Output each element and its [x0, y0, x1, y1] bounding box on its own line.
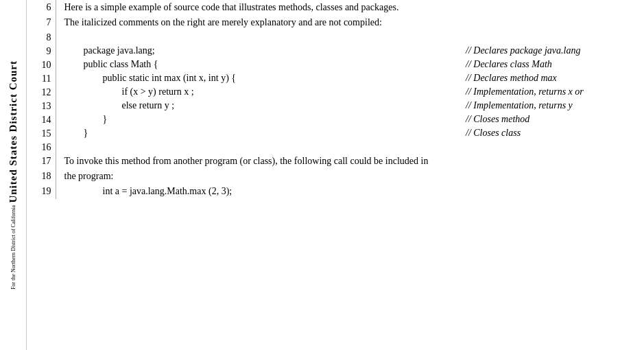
line-number: 10	[27, 58, 56, 71]
table-row: 11 public static int max (int x, int y) …	[27, 71, 644, 85]
table-row: 18the program:	[27, 169, 644, 184]
line-number: 6	[27, 0, 56, 15]
line-content: The italicized comments on the right are…	[56, 15, 644, 30]
line-content: To invoke this method from another progr…	[56, 154, 644, 169]
code-comment: // Implementation, returns x or	[466, 86, 644, 97]
line-content: public static int max (int x, int y) {//…	[56, 71, 644, 85]
code-comment: // Declares method max	[466, 73, 644, 84]
table-row: 14 }// Closes method	[27, 113, 644, 126]
table-row: 17To invoke this method from another pro…	[27, 154, 644, 169]
line-content	[56, 30, 644, 44]
code-comment: // Declares class Math	[466, 59, 644, 70]
code-text: if (x > y) return x ;	[56, 86, 466, 97]
line-content: package java.lang;// Declares package ja…	[56, 44, 644, 58]
table-row: 16	[27, 140, 644, 154]
code-text: public class Math {	[56, 59, 466, 70]
line-number: 8	[27, 30, 56, 44]
table-row: 10 public class Math {// Declares class …	[27, 58, 644, 71]
court-district: For the Northern District of California	[10, 205, 16, 290]
line-number: 15	[27, 126, 56, 140]
line-number: 18	[27, 169, 56, 184]
line-number: 12	[27, 85, 56, 99]
line-number: 14	[27, 113, 56, 126]
code-comment: // Closes method	[466, 114, 644, 125]
court-sidebar: United States District Court For the Nor…	[0, 0, 26, 350]
code-text: public static int max (int x, int y) {	[56, 73, 466, 84]
line-content: }// Closes method	[56, 113, 644, 126]
table-row: 6Here is a simple example of source code…	[27, 0, 644, 15]
line-content: }// Closes class	[56, 126, 644, 140]
line-content: int a = java.lang.Math.max (2, 3);	[56, 184, 644, 199]
line-content: the program:	[56, 169, 644, 184]
table-row: 15 }// Closes class	[27, 126, 644, 140]
code-text: }	[56, 114, 466, 125]
code-table: 6Here is a simple example of source code…	[27, 0, 644, 199]
code-comment: // Closes class	[466, 128, 644, 139]
table-row: 8	[27, 30, 644, 44]
line-number: 9	[27, 44, 56, 58]
court-name: United States District Court	[8, 60, 19, 203]
line-content	[56, 140, 644, 154]
line-content: public class Math {// Declares class Mat…	[56, 58, 644, 71]
line-number: 16	[27, 140, 56, 154]
code-comment: // Implementation, returns y	[466, 100, 644, 111]
line-number: 13	[27, 99, 56, 113]
code-text: package java.lang;	[56, 45, 466, 56]
line-number: 7	[27, 15, 56, 30]
table-row: 13 else return y ;// Implementation, ret…	[27, 99, 644, 113]
line-number: 19	[27, 184, 56, 199]
code-comment: // Declares package java.lang	[466, 45, 644, 56]
line-number: 17	[27, 154, 56, 169]
code-text: else return y ;	[56, 100, 466, 111]
code-text: }	[56, 128, 466, 139]
line-content: if (x > y) return x ;// Implementation, …	[56, 85, 644, 99]
table-row: 9 package java.lang;// Declares package …	[27, 44, 644, 58]
line-content: else return y ;// Implementation, return…	[56, 99, 644, 113]
line-number: 11	[27, 71, 56, 85]
table-row: 7The italicized comments on the right ar…	[27, 15, 644, 30]
line-content: Here is a simple example of source code …	[56, 0, 644, 15]
table-row: 19 int a = java.lang.Math.max (2, 3);	[27, 184, 644, 199]
table-row: 12 if (x > y) return x ;// Implementatio…	[27, 85, 644, 99]
document-content: 6Here is a simple example of source code…	[26, 0, 644, 350]
